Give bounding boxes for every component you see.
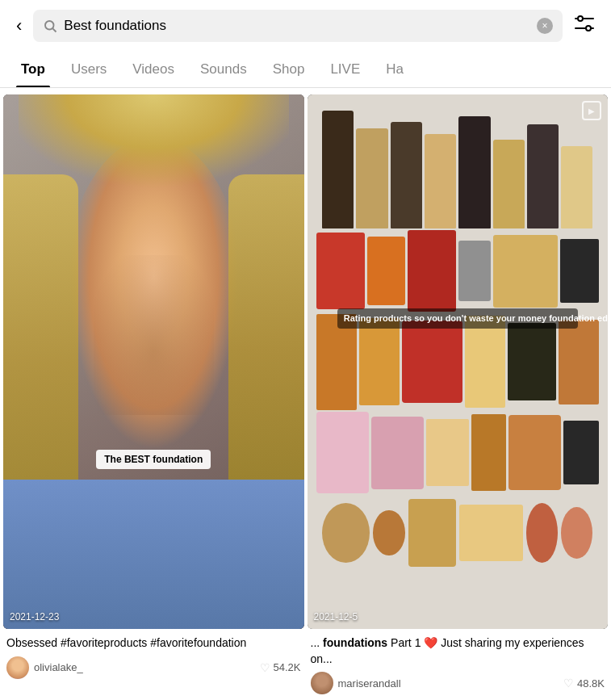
clear-button[interactable]: × — [537, 18, 553, 34]
likes-2: ♡ 48.8K — [563, 677, 605, 690]
card-description-1: Obsessed #favoriteproducts #favoritefoun… — [6, 635, 301, 652]
username-2: mariserandall — [338, 677, 559, 690]
tab-users[interactable]: Users — [58, 52, 119, 87]
avatar-1 — [6, 656, 29, 679]
tab-shop[interactable]: Shop — [260, 52, 318, 87]
video-card-2[interactable]: Rating products so you don't waste your … — [308, 94, 609, 698]
video-timestamp-1: 2021-12-23 — [10, 611, 59, 622]
tab-ha[interactable]: Ha — [373, 52, 416, 87]
video-card-1[interactable]: The BEST foundation 2021-12-23 Obsessed … — [3, 94, 304, 698]
video-grid: The BEST foundation 2021-12-23 Obsessed … — [0, 91, 611, 700]
svg-line-1 — [53, 28, 56, 31]
header: ‹ × — [0, 0, 611, 52]
heart-icon-1: ♡ — [260, 661, 270, 674]
svg-point-0 — [45, 21, 54, 30]
search-bar: × — [33, 10, 563, 42]
rating-label: Rating products so you don't waste your … — [337, 308, 578, 329]
search-icon — [43, 19, 57, 33]
filter-button[interactable] — [571, 11, 598, 40]
card-description-2: ... foundations Part 1 ❤️ Just sharing m… — [311, 635, 605, 667]
video-thumbnail-2[interactable]: Rating products so you don't waste your … — [308, 94, 609, 629]
avatar-2 — [311, 672, 333, 694]
heart-icon-2: ♡ — [563, 677, 574, 690]
svg-point-3 — [578, 16, 583, 21]
tab-top[interactable]: Top — [8, 52, 58, 87]
svg-point-5 — [586, 26, 591, 31]
tabs-bar: Top Users Videos Sounds Shop LIVE Ha — [0, 52, 611, 88]
card-meta-1: olivialake_ ♡ 54.2K — [6, 656, 301, 679]
card-info-1: Obsessed #favoriteproducts #favoritefoun… — [3, 629, 304, 682]
back-button[interactable]: ‹ — [13, 12, 25, 40]
username-1: olivialake_ — [34, 661, 255, 673]
search-input[interactable] — [64, 18, 530, 34]
card-info-2: ... foundations Part 1 ❤️ Just sharing m… — [308, 629, 609, 698]
play-icon-2 — [582, 101, 601, 120]
card-meta-2: mariserandall ♡ 48.8K — [311, 672, 605, 694]
tab-live[interactable]: LIVE — [317, 52, 373, 87]
video-label-1: The BEST foundation — [96, 450, 211, 469]
tab-videos[interactable]: Videos — [119, 52, 187, 87]
tab-sounds[interactable]: Sounds — [187, 52, 260, 87]
likes-1: ♡ 54.2K — [260, 661, 301, 674]
video-thumbnail-1[interactable]: The BEST foundation 2021-12-23 — [3, 94, 304, 629]
video-timestamp-2: 2021-12-5 — [314, 611, 358, 622]
